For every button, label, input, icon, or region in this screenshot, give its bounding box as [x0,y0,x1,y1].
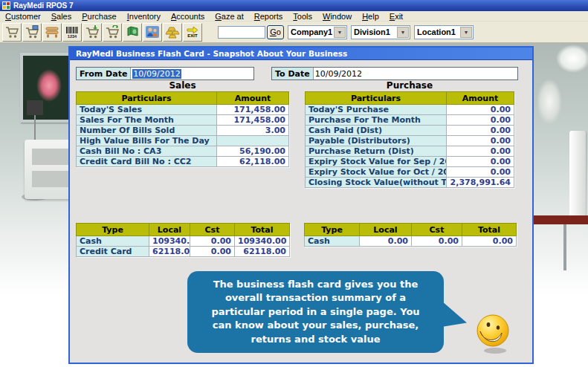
money-icon [125,25,140,39]
table-row: Cash Paid (Dist)0.00 [306,126,514,136]
column-header: Cst [190,224,235,236]
amount-cell: 0.00 [447,126,514,136]
exit-button[interactable]: EXIT [183,23,202,42]
location-select-value: Location1 [415,27,460,36]
users-button[interactable] [143,23,162,42]
cart-download-button[interactable] [83,23,102,42]
menu-item-reports[interactable]: Reports [249,12,288,21]
menu-bar: Customer Sales Purchase Inventory Accoun… [0,11,588,22]
cart-badge-icon [25,25,39,39]
menu-item-help[interactable]: Help [357,12,384,21]
amount-cell: 2,378,991.64 [447,178,514,188]
from-date-label: From Date [77,68,131,79]
table-row: Cash 109340.00 0.00 109340.00 [77,236,290,247]
amount-cell: 56,190.00 [217,146,289,157]
barcode-button[interactable]: 1234 [62,23,82,42]
sales-by-type-table: Type Local Cst Total Cash 109340.00 0.00… [76,223,290,257]
table-row: High Value Bills For The Day [77,136,289,146]
app-logo-icon [2,1,10,10]
tooltip-bubble: The business flash card gives you the ov… [187,271,444,353]
sales-section-title: Sales [76,80,289,91]
menu-item-tools[interactable]: Tools [288,12,317,21]
particular-cell: Today'S Purchase [306,105,447,115]
smiley-icon [474,312,514,355]
to-date-value[interactable]: 10/09/2012 [314,68,362,79]
division-select[interactable]: Division1 ▼ [351,25,410,39]
chevron-down-icon[interactable]: ▼ [397,27,409,38]
wallpaper-speaker [27,100,43,115]
gold-button[interactable] [163,23,182,42]
column-header: Local [360,224,412,236]
division-select-value: Division1 [352,27,397,36]
toolbar: 1234 EXIT Go Company1 ▼ Division1 ▼ [0,22,588,43]
table-row: Purchase For The Month0.00 [306,115,514,126]
location-select[interactable]: Location1 ▼ [414,25,474,39]
tooltip-text: The business flash card gives you the ov… [205,278,426,346]
company-select[interactable]: Company1 ▼ [288,25,347,39]
menu-item-exit[interactable]: Exit [384,12,408,21]
amount-cell: 171,458.00 [217,105,289,115]
particular-cell: Cash Paid (Dist) [306,126,447,136]
particular-cell: Closing Stock Value(without Tax) [306,178,447,188]
local-cell: 62118.00 [149,247,190,257]
type-cell: Credit Card [77,247,149,257]
chevron-down-icon[interactable]: ▼ [460,27,472,38]
type-cell: Cash [305,236,360,247]
go-button[interactable]: Go [267,25,284,39]
menu-item-window[interactable]: Window [317,12,357,21]
local-cell: 0.00 [360,236,412,247]
to-date-field[interactable]: To Date 10/09/2012 [271,67,518,80]
table-row: Expiry Stock Value for Sep / 20120.00 [306,157,514,167]
menu-item-accounts[interactable]: Accounts [166,12,210,21]
menu-item-gaze-at[interactable]: Gaze at [210,12,249,21]
particular-cell: Expiry Stock Value for Sep / 2012 [306,157,447,167]
amount-cell: 0.00 [447,157,514,167]
table-row: Cash Bill No : CA356,190.00 [77,146,289,157]
cart-badge-button[interactable] [22,23,42,42]
from-date-field[interactable]: From Date 10/09/2012 [76,67,254,80]
exit-button-label: EXIT [187,34,197,38]
cart-download-icon [85,25,100,39]
cst-cell: 0.00 [412,236,462,247]
type-cell: Cash [77,236,149,247]
column-header: Total [235,224,290,236]
from-date-value[interactable]: 10/09/2012 [132,69,181,79]
table-row: Sales For The Month171,458.00 [77,115,289,126]
table-row: Number Of Bills Sold3.00 [77,126,289,136]
shopping-cart-icon [4,25,19,39]
gold-bars-icon [165,25,180,39]
wallpaper-speaker-panel [569,131,586,218]
menu-item-sales[interactable]: Sales [46,12,77,21]
cart-button[interactable] [2,23,22,42]
particular-cell: Credit Card Bill No : CC2 [77,157,217,167]
particular-cell: Cash Bill No : CA3 [77,146,217,157]
amount-cell: 0.00 [447,136,514,146]
flash-card-dialog: RayMedi Business Flash Card - Snapshot A… [68,46,534,364]
cash-button[interactable] [123,23,142,42]
total-cell: 0.00 [462,236,517,247]
column-header: Amount [217,92,289,105]
cart-refresh-button[interactable] [103,23,122,42]
menu-item-purchase[interactable]: Purchase [77,12,121,21]
users-icon [145,25,160,39]
column-header: Total [462,224,517,236]
menu-item-customer[interactable]: Customer [0,12,46,21]
total-cell: 109340.00 [235,236,290,247]
particular-cell: Purchase For The Month [306,115,447,126]
table-row: Cash 0.00 0.00 0.00 [305,236,517,247]
search-input[interactable] [218,26,265,39]
cst-cell: 0.00 [190,236,235,247]
particular-cell: Today'S Sales [77,105,217,115]
chevron-down-icon[interactable]: ▼ [334,27,346,38]
wallpaper-table [528,215,588,224]
particular-cell: Purchase Return (Dist) [306,146,447,157]
barcode-icon: 1234 [65,25,80,39]
column-header: Type [305,224,360,236]
press-button[interactable] [42,23,62,42]
local-cell: 109340.00 [149,236,190,247]
wallpaper-flowers [556,45,588,73]
company-select-value: Company1 [288,27,334,36]
cart-refresh-icon [105,25,120,39]
menu-item-inventory[interactable]: Inventory [122,12,166,21]
application-window: RayMedi RPOS 7 Customer Sales Purchase I… [0,0,588,367]
